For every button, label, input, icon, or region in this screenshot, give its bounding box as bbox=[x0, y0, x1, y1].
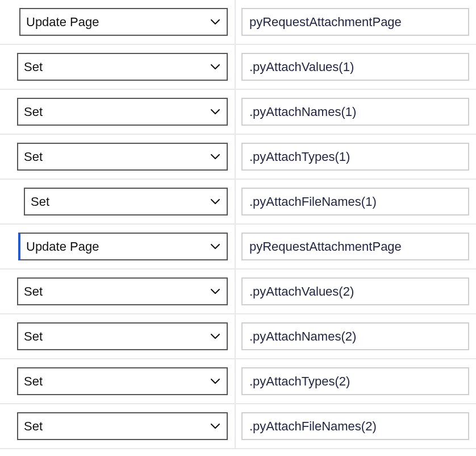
chevron-down-icon bbox=[211, 64, 220, 70]
target-input[interactable]: .pyAttachValues(2) bbox=[241, 277, 469, 305]
action-dropdown[interactable]: Set bbox=[17, 322, 228, 350]
target-cell: .pyAttachValues(1) bbox=[236, 45, 476, 89]
action-dropdown[interactable]: Set bbox=[17, 367, 228, 395]
action-dropdown[interactable]: Set bbox=[17, 412, 228, 440]
dropdown-label: Set bbox=[24, 374, 43, 389]
target-cell: .pyAttachTypes(2) bbox=[236, 359, 476, 403]
chevron-down-icon bbox=[211, 289, 220, 295]
target-input[interactable]: .pyAttachValues(1) bbox=[241, 53, 469, 81]
target-input[interactable]: pyRequestAttachmentPage bbox=[241, 8, 469, 36]
target-input[interactable]: pyRequestAttachmentPage bbox=[241, 233, 469, 260]
table-row: Update Page pyRequestAttachmentPage bbox=[0, 0, 476, 45]
target-cell: .pyAttachNames(2) bbox=[236, 314, 476, 358]
target-input[interactable]: .pyAttachNames(1) bbox=[241, 98, 469, 126]
table-row: Set .pyAttachNames(2) bbox=[0, 314, 476, 359]
action-cell: Update Page bbox=[0, 225, 236, 268]
target-input[interactable]: .pyAttachTypes(1) bbox=[241, 143, 469, 171]
chevron-down-icon bbox=[211, 379, 220, 384]
dropdown-label: Set bbox=[24, 329, 43, 344]
target-value: .pyAttachValues(2) bbox=[249, 284, 354, 299]
chevron-down-icon bbox=[211, 154, 220, 160]
dropdown-label: Set bbox=[24, 284, 43, 299]
target-cell: .pyAttachTypes(1) bbox=[236, 135, 476, 179]
actions-table: Update Page pyRequestAttachmentPage Set bbox=[0, 0, 476, 449]
action-cell: Set bbox=[0, 404, 236, 448]
target-cell: .pyAttachNames(1) bbox=[236, 90, 476, 134]
target-input[interactable]: .pyAttachTypes(2) bbox=[241, 367, 469, 395]
dropdown-label: Set bbox=[24, 150, 43, 164]
dropdown-label: Update Page bbox=[26, 239, 99, 254]
target-value: .pyAttachNames(2) bbox=[249, 329, 356, 344]
dropdown-label: Set bbox=[24, 105, 43, 119]
chevron-down-icon bbox=[211, 199, 220, 205]
target-value: pyRequestAttachmentPage bbox=[249, 15, 402, 30]
table-row: Set .pyAttachTypes(1) bbox=[0, 135, 476, 180]
action-dropdown[interactable]: Set bbox=[24, 188, 228, 215]
target-input[interactable]: .pyAttachNames(2) bbox=[241, 322, 469, 350]
table-row: Set .pyAttachValues(2) bbox=[0, 270, 476, 314]
action-dropdown[interactable]: Set bbox=[17, 277, 228, 305]
action-cell: Set bbox=[0, 314, 236, 358]
action-cell: Set bbox=[0, 270, 236, 313]
target-cell: pyRequestAttachmentPage bbox=[236, 225, 476, 268]
target-value: .pyAttachTypes(2) bbox=[249, 374, 350, 389]
target-cell: pyRequestAttachmentPage bbox=[236, 0, 476, 44]
dropdown-label: Set bbox=[31, 194, 49, 209]
action-dropdown[interactable]: Set bbox=[17, 98, 228, 126]
target-input[interactable]: .pyAttachFileNames(2) bbox=[241, 412, 469, 440]
target-value: .pyAttachNames(1) bbox=[249, 105, 356, 119]
action-dropdown[interactable]: Set bbox=[17, 53, 228, 81]
chevron-down-icon bbox=[211, 244, 220, 250]
action-dropdown[interactable]: Update Page bbox=[19, 8, 228, 36]
target-cell: .pyAttachFileNames(2) bbox=[236, 404, 476, 448]
dropdown-label: Set bbox=[24, 60, 43, 74]
action-cell: Set bbox=[0, 359, 236, 403]
target-value: .pyAttachFileNames(1) bbox=[249, 194, 377, 209]
table-row: Set .pyAttachValues(1) bbox=[0, 45, 476, 90]
target-input[interactable]: .pyAttachFileNames(1) bbox=[241, 188, 469, 215]
dropdown-label: Update Page bbox=[26, 15, 99, 30]
action-cell: Set bbox=[0, 180, 236, 223]
table-row: Set .pyAttachTypes(2) bbox=[0, 359, 476, 404]
chevron-down-icon bbox=[211, 19, 220, 25]
table-row: Set .pyAttachFileNames(2) bbox=[0, 404, 476, 449]
target-value: pyRequestAttachmentPage bbox=[249, 239, 402, 254]
target-value: .pyAttachTypes(1) bbox=[249, 150, 350, 164]
action-dropdown[interactable]: Update Page bbox=[18, 233, 228, 260]
chevron-down-icon bbox=[211, 334, 220, 339]
action-cell: Set bbox=[0, 45, 236, 89]
action-cell: Set bbox=[0, 90, 236, 134]
action-dropdown[interactable]: Set bbox=[17, 143, 228, 171]
table-row: Set .pyAttachFileNames(1) bbox=[0, 180, 476, 225]
target-value: .pyAttachFileNames(2) bbox=[249, 419, 377, 434]
action-cell: Set bbox=[0, 135, 236, 179]
table-row: Update Page pyRequestAttachmentPage bbox=[0, 225, 476, 270]
table-row: Set .pyAttachNames(1) bbox=[0, 90, 476, 135]
action-cell: Update Page bbox=[0, 0, 236, 44]
chevron-down-icon bbox=[211, 109, 220, 115]
target-cell: .pyAttachValues(2) bbox=[236, 270, 476, 313]
dropdown-label: Set bbox=[24, 419, 43, 434]
target-value: .pyAttachValues(1) bbox=[249, 60, 354, 74]
target-cell: .pyAttachFileNames(1) bbox=[236, 180, 476, 223]
chevron-down-icon bbox=[211, 424, 220, 429]
